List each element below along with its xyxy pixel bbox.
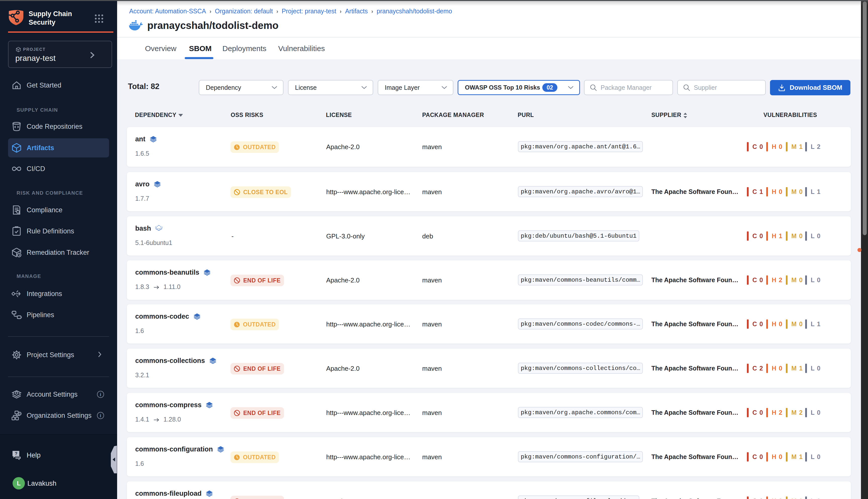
svg-text:?: ? <box>15 451 17 456</box>
